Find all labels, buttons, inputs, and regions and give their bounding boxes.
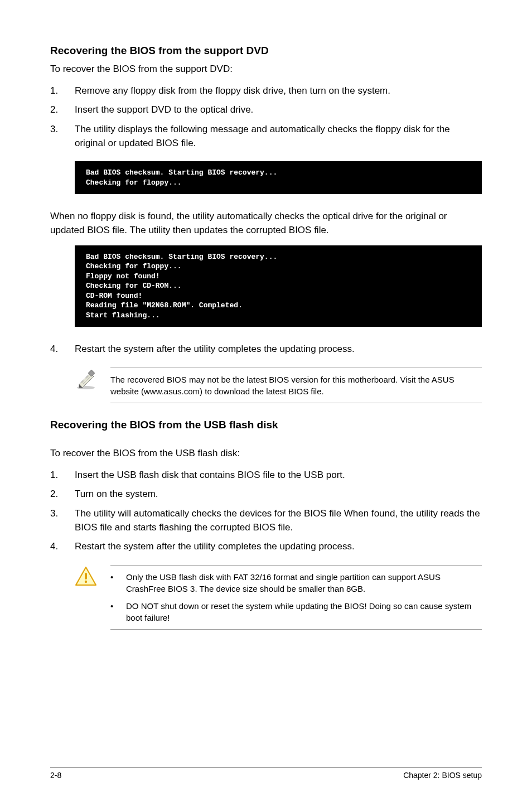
terminal-output-1: Bad BIOS checksum. Starting BIOS recover…	[75, 161, 482, 194]
list-item: 1. Remove any floppy disk from the flopp…	[50, 84, 482, 98]
list-number: 2.	[50, 103, 75, 117]
section1-steps: 1. Remove any floppy disk from the flopp…	[50, 84, 482, 151]
list-number: 3.	[50, 123, 75, 150]
section1-heading: Recovering the BIOS from the support DVD	[50, 45, 482, 57]
list-number: 2.	[50, 487, 75, 501]
warning-content: • Only the USB flash disk with FAT 32/16…	[110, 565, 482, 630]
bullet-icon: •	[110, 600, 126, 624]
bullet-text: DO NOT shut down or reset the system whi…	[126, 600, 482, 624]
section2-intro: To recover the BIOS from the USB flash d…	[50, 447, 482, 461]
list-text: Restart the system after the utility com…	[75, 540, 482, 554]
svg-point-5	[85, 581, 87, 583]
list-item: 2. Insert the support DVD to the optical…	[50, 103, 482, 117]
list-item: 1. Insert the USB flash disk that contai…	[50, 468, 482, 482]
list-number: 1.	[50, 84, 75, 98]
chapter-label: Chapter 2: BIOS setup	[403, 771, 482, 780]
svg-rect-4	[85, 573, 87, 579]
note-block: The recovered BIOS may not be the latest…	[75, 368, 482, 403]
list-number: 4.	[50, 540, 75, 554]
list-text: Insert the USB flash disk that contains …	[75, 468, 482, 482]
list-text: Insert the support DVD to the optical dr…	[75, 103, 482, 117]
warning-bullet: • DO NOT shut down or reset the system w…	[110, 600, 482, 624]
list-item: 3. The utility displays the following me…	[50, 123, 482, 150]
terminal-output-2: Bad BIOS checksum. Starting BIOS recover…	[75, 245, 482, 327]
warning-block: • Only the USB flash disk with FAT 32/16…	[75, 565, 482, 630]
list-number: 1.	[50, 468, 75, 482]
note-pencil-icon	[75, 368, 98, 392]
warning-bullet: • Only the USB flash disk with FAT 32/16…	[110, 571, 482, 595]
note-text: The recovered BIOS may not be the latest…	[110, 368, 482, 403]
section1-step4: 4. Restart the system after the utility …	[50, 342, 482, 356]
list-item: 4. Restart the system after the utility …	[50, 540, 482, 554]
warning-triangle-icon	[75, 565, 98, 590]
section2-heading: Recovering the BIOS from the USB flash d…	[50, 419, 482, 431]
list-text: The utility will automatically checks th…	[75, 507, 482, 534]
list-text: Restart the system after the utility com…	[75, 342, 482, 356]
section1-mid-text: When no floppy disk is found, the utilit…	[50, 210, 482, 237]
list-item: 3. The utility will automatically checks…	[50, 507, 482, 534]
list-number: 3.	[50, 507, 75, 534]
list-text: Turn on the system.	[75, 487, 482, 501]
section1-intro: To recover the BIOS from the support DVD…	[50, 62, 482, 76]
bullet-text: Only the USB flash disk with FAT 32/16 f…	[126, 571, 482, 595]
list-text: The utility displays the following messa…	[75, 123, 482, 150]
section2-steps: 1. Insert the USB flash disk that contai…	[50, 468, 482, 554]
list-item: 4. Restart the system after the utility …	[50, 342, 482, 356]
page-footer: 2-8 Chapter 2: BIOS setup	[50, 767, 482, 780]
page-number: 2-8	[50, 771, 61, 780]
list-number: 4.	[50, 342, 75, 356]
bullet-icon: •	[110, 571, 126, 595]
list-text: Remove any floppy disk from the floppy d…	[75, 84, 482, 98]
list-item: 2. Turn on the system.	[50, 487, 482, 501]
